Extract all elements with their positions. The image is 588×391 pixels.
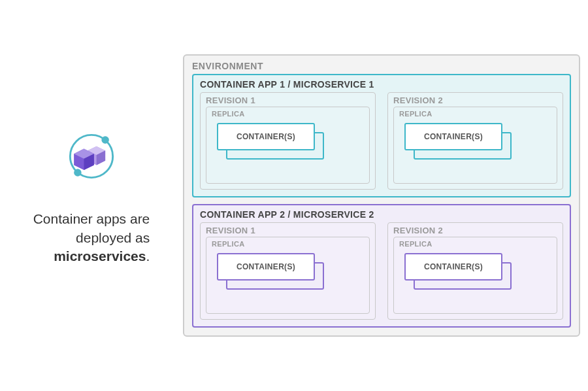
container-stack: CONTAINER(S) [404,253,551,291]
container-stack: CONTAINER(S) [217,253,364,291]
container-apps-icon [60,125,123,190]
caption-panel: Container apps are deployed as microserv… [0,125,183,265]
revision-label: REVISION 1 [206,95,370,105]
container-stack: CONTAINER(S) [217,123,364,161]
container-box-front: CONTAINER(S) [217,253,315,280]
container-box-front: CONTAINER(S) [404,123,502,150]
replica-box: REPLICA CONTAINER(S) [393,107,557,184]
environment-box: ENVIRONMENT CONTAINER APP 1 / MICROSERVI… [183,54,580,337]
caption-line2: deployed as [76,230,150,245]
container-app-2: CONTAINER APP 2 / MICROSERVICE 2 REVISIO… [192,204,571,328]
container-label: CONTAINER(S) [237,262,295,271]
replica-box: REPLICA CONTAINER(S) [206,107,370,184]
replica-label: REPLICA [399,110,551,118]
svg-point-2 [74,169,82,177]
replica-box: REPLICA CONTAINER(S) [393,237,557,314]
container-label: CONTAINER(S) [424,262,483,271]
app1-revision-2: REVISION 2 REPLICA CONTAINER(S) [387,92,563,190]
container-app-1: CONTAINER APP 1 / MICROSERVICE 1 REVISIO… [192,74,571,197]
app2-revision-1: REVISION 1 REPLICA CONTAINER(S) [200,222,376,320]
environment-label: ENVIRONMENT [192,61,571,71]
container-label: CONTAINER(S) [424,132,483,141]
app1-revision-1: REVISION 1 REPLICA CONTAINER(S) [200,92,376,190]
revision-label: REVISION 1 [206,226,370,235]
replica-label: REPLICA [212,240,364,248]
replica-label: REPLICA [399,240,551,248]
container-box-front: CONTAINER(S) [404,253,502,280]
caption-text: Container apps are deployed as microserv… [33,210,150,265]
app2-title: CONTAINER APP 2 / MICROSERVICE 2 [200,209,563,220]
caption-line1: Container apps are [33,211,150,226]
revision-label: REVISION 2 [393,226,557,235]
container-label: CONTAINER(S) [237,132,295,141]
diagram: ENVIRONMENT CONTAINER APP 1 / MICROSERVI… [183,46,588,345]
app1-title: CONTAINER APP 1 / MICROSERVICE 1 [200,79,563,90]
revision-label: REVISION 2 [393,95,557,105]
app2-revision-2: REVISION 2 REPLICA CONTAINER(S) [387,222,563,320]
container-box-front: CONTAINER(S) [217,123,315,150]
replica-box: REPLICA CONTAINER(S) [206,237,370,314]
caption-bold: microservices [54,248,146,264]
container-stack: CONTAINER(S) [404,123,551,161]
svg-point-1 [101,137,109,144]
caption-period: . [146,248,150,264]
replica-label: REPLICA [212,110,364,118]
